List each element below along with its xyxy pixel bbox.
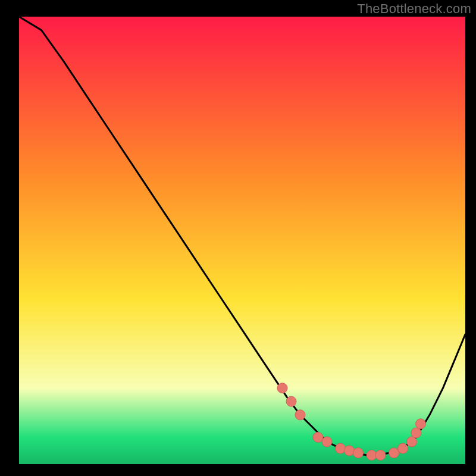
- gradient-background: [19, 17, 465, 464]
- data-point: [389, 448, 399, 458]
- data-point: [336, 443, 346, 453]
- data-point: [411, 428, 421, 438]
- data-point: [398, 443, 408, 453]
- data-point: [367, 450, 377, 461]
- data-point: [295, 410, 305, 420]
- data-point: [345, 446, 355, 456]
- data-point: [416, 419, 426, 429]
- data-point: [277, 383, 287, 393]
- data-point: [313, 432, 323, 442]
- watermark-text: TheBottleneck.com: [357, 1, 471, 17]
- chart-svg: [19, 17, 465, 464]
- plot-area: [19, 17, 465, 464]
- data-point: [322, 437, 332, 447]
- data-point: [407, 437, 417, 447]
- chart-stage: TheBottleneck.com: [0, 0, 476, 476]
- data-point: [286, 396, 296, 406]
- data-point: [353, 448, 364, 458]
- data-point: [375, 450, 386, 461]
